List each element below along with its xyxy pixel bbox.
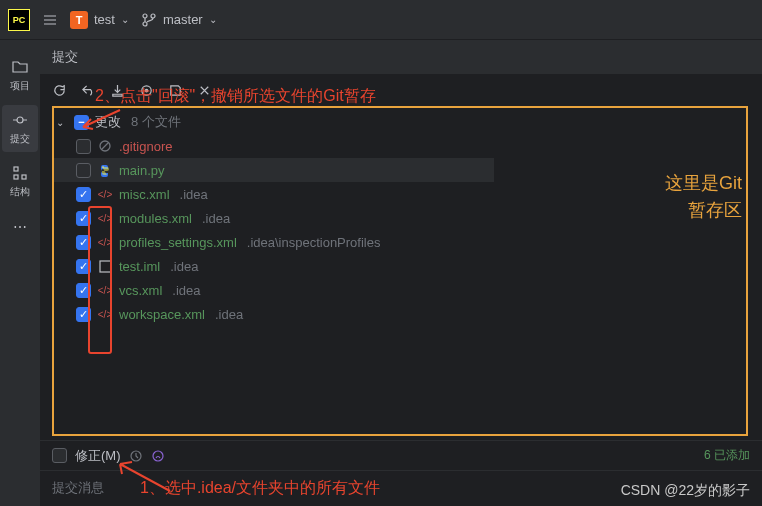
- file-dir: .idea\inspectionProfiles: [247, 235, 381, 250]
- xml-file-icon: </>: [97, 306, 113, 322]
- file-checkbox[interactable]: ✓: [76, 211, 91, 226]
- file-dir: .idea: [172, 283, 200, 298]
- svg-rect-11: [100, 261, 111, 272]
- sidebar-label: 提交: [10, 132, 30, 146]
- file-name: workspace.xml: [119, 307, 205, 322]
- svg-point-3: [17, 117, 23, 123]
- xml-file-icon: </>: [97, 282, 113, 298]
- refresh-button[interactable]: [52, 83, 67, 98]
- file-dir: .idea: [215, 307, 243, 322]
- branch-selector[interactable]: master ⌄: [141, 12, 217, 28]
- file-count: 8 个文件: [131, 113, 181, 131]
- file-dir: .idea: [170, 259, 198, 274]
- file-name: profiles_settings.xml: [119, 235, 237, 250]
- main-menu-button[interactable]: [42, 12, 58, 28]
- project-selector[interactable]: T test ⌄: [70, 11, 129, 29]
- file-name: misc.xml: [119, 187, 170, 202]
- file-dir: .idea: [180, 187, 208, 202]
- chevron-down-icon: ⌄: [121, 14, 129, 25]
- file-row[interactable]: ✓ </> modules.xml .idea: [52, 206, 754, 230]
- file-row[interactable]: ✓ </> profiles_settings.xml .idea\inspec…: [52, 230, 754, 254]
- commit-panel: 2、点击"回滚"，撤销所选文件的Git暂存 这里是Git暂存区 提交 ⌄ − 更…: [40, 40, 762, 506]
- file-dir: .idea: [202, 211, 230, 226]
- file-row[interactable]: .gitignore: [52, 134, 754, 158]
- chevron-down-icon: ⌄: [209, 14, 217, 25]
- changes-group-header[interactable]: ⌄ − 更改 8 个文件: [52, 110, 754, 134]
- amend-checkbox[interactable]: [52, 448, 67, 463]
- branch-icon: [141, 12, 157, 28]
- python-file-icon: [97, 162, 113, 178]
- file-row[interactable]: ✓ </> vcs.xml .idea: [52, 278, 754, 302]
- more-tools-button[interactable]: ⋯: [13, 211, 27, 243]
- commit-icon: [11, 111, 29, 129]
- structure-icon: [11, 164, 29, 182]
- file-checkbox[interactable]: ✓: [76, 259, 91, 274]
- file-row[interactable]: ✓ </> workspace.xml .idea: [52, 302, 754, 326]
- folder-icon: [11, 58, 29, 76]
- iml-file-icon: [97, 258, 113, 274]
- sidebar-label: 项目: [10, 79, 30, 93]
- file-checkbox[interactable]: [76, 163, 91, 178]
- annotation-top: 2、点击"回滚"，撤销所选文件的Git暂存: [95, 86, 376, 107]
- ignore-file-icon: [97, 138, 113, 154]
- panel-title: 提交: [52, 48, 78, 66]
- svg-rect-4: [14, 167, 18, 171]
- project-name: test: [94, 12, 115, 27]
- file-name: test.iml: [119, 259, 160, 274]
- file-row[interactable]: main.py: [52, 158, 494, 182]
- sidebar-label: 结构: [10, 185, 30, 199]
- file-name: .gitignore: [119, 139, 172, 154]
- annotation-arrow-top: [75, 105, 125, 135]
- file-checkbox[interactable]: ✓: [76, 235, 91, 250]
- file-name: main.py: [119, 163, 165, 178]
- annotation-right: 这里是Git暂存区: [665, 170, 742, 224]
- svg-rect-5: [14, 175, 18, 179]
- sidebar-item-structure[interactable]: 结构: [2, 158, 38, 205]
- added-count: 6 已添加: [704, 447, 750, 464]
- file-name: vcs.xml: [119, 283, 162, 298]
- file-checkbox[interactable]: ✓: [76, 307, 91, 322]
- file-checkbox[interactable]: ✓: [76, 187, 91, 202]
- branch-name: master: [163, 12, 203, 27]
- changes-tree: ⌄ − 更改 8 个文件 .gitignore main.py ✓ </> mi…: [40, 106, 762, 440]
- sidebar-item-commit[interactable]: 提交: [2, 105, 38, 152]
- watermark: CSDN @22岁的影子: [621, 482, 750, 500]
- file-row[interactable]: ✓ test.iml .idea: [52, 254, 754, 278]
- svg-point-0: [143, 14, 147, 18]
- left-tool-sidebar: 项目 提交 结构 ⋯: [0, 40, 40, 506]
- project-icon: T: [70, 11, 88, 29]
- file-row[interactable]: ✓ </> misc.xml .idea: [52, 182, 754, 206]
- app-logo: PC: [8, 9, 30, 31]
- svg-point-1: [143, 22, 147, 26]
- svg-point-2: [151, 14, 155, 18]
- xml-file-icon: </>: [97, 186, 113, 202]
- annotation-bottom: 1、选中.idea/文件夹中的所有文件: [140, 478, 380, 499]
- panel-header: 提交: [40, 40, 762, 74]
- rollback-button[interactable]: [81, 83, 96, 98]
- titlebar: PC T test ⌄ master ⌄: [0, 0, 762, 40]
- svg-rect-6: [22, 175, 26, 179]
- file-checkbox[interactable]: ✓: [76, 283, 91, 298]
- sidebar-item-project[interactable]: 项目: [2, 52, 38, 99]
- xml-file-icon: </>: [97, 210, 113, 226]
- expand-arrow-icon[interactable]: ⌄: [56, 117, 68, 128]
- xml-file-icon: </>: [97, 234, 113, 250]
- file-name: modules.xml: [119, 211, 192, 226]
- file-checkbox[interactable]: [76, 139, 91, 154]
